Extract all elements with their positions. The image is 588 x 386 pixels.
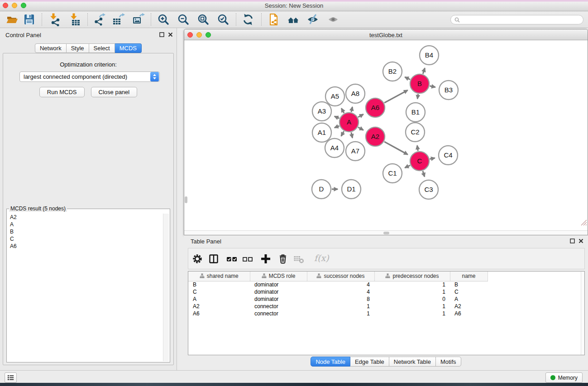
- graph-edge[interactable]: [358, 114, 363, 117]
- network-title: testGlobe.txt: [184, 32, 588, 38]
- graph-edge[interactable]: [351, 107, 353, 112]
- graph-node-label: C: [417, 157, 422, 165]
- show-all-networks-icon[interactable]: [287, 13, 300, 26]
- close-panel-icon[interactable]: [168, 32, 173, 37]
- hide-panels-icon[interactable]: [306, 13, 320, 26]
- column-header[interactable]: successor nodes: [307, 272, 374, 281]
- graph-edge[interactable]: [341, 108, 344, 113]
- graph-edge[interactable]: [384, 142, 408, 154]
- optimization-criterion-select[interactable]: largest connected component (directed): [19, 71, 160, 82]
- tab-motifs[interactable]: Motifs: [436, 357, 461, 367]
- task-history-button[interactable]: [5, 372, 17, 383]
- desktop-background: [0, 383, 588, 386]
- float-table-panel-icon[interactable]: [570, 238, 575, 243]
- graph-edge[interactable]: [358, 127, 363, 130]
- table-scrollbar[interactable]: [581, 272, 584, 355]
- memory-button[interactable]: Memory: [545, 372, 583, 383]
- export-network-icon[interactable]: [92, 13, 106, 26]
- zoom-selected-icon[interactable]: [216, 13, 230, 26]
- graph-edge[interactable]: [423, 68, 425, 74]
- new-network-from-selection-icon[interactable]: [267, 13, 281, 26]
- network-window-titlebar[interactable]: testGlobe.txt: [184, 29, 588, 40]
- graph-node-label: C4: [444, 151, 452, 159]
- export-table-icon[interactable]: [111, 13, 125, 26]
- mcds-result-item[interactable]: A2: [8, 214, 163, 221]
- graph-edge[interactable]: [405, 165, 410, 167]
- result-scrollbar[interactable]: [163, 214, 169, 361]
- column-header[interactable]: predecessor nodes: [374, 272, 450, 281]
- graph-edge[interactable]: [423, 171, 425, 177]
- graph-edge[interactable]: [341, 131, 344, 136]
- hscroll-thumb[interactable]: [383, 232, 389, 234]
- graph-edge[interactable]: [430, 86, 435, 87]
- graph-edge[interactable]: [417, 94, 418, 99]
- canvas-vertical-scrollbar[interactable]: [185, 196, 187, 203]
- mcds-result-list[interactable]: A2ABCA6: [8, 214, 163, 361]
- table-row[interactable]: Bdominator41B: [188, 281, 584, 288]
- canvas-horizontal-scrollbar[interactable]: [184, 230, 588, 235]
- close-table-panel-icon[interactable]: [578, 238, 583, 243]
- table-row[interactable]: Adominator80A: [188, 295, 584, 303]
- mcds-result-item[interactable]: A6: [8, 243, 163, 250]
- tab-network[interactable]: Network: [35, 43, 67, 53]
- node-table[interactable]: shared nameMCDS rolesuccessor nodesprede…: [188, 272, 584, 317]
- search-box[interactable]: [450, 15, 583, 24]
- function-builder-icon[interactable]: f(x): [314, 253, 329, 263]
- tab-edge-table[interactable]: Edge Table: [350, 357, 389, 367]
- delete-table-icon[interactable]: [293, 253, 305, 265]
- run-mcds-button[interactable]: Run MCDS: [39, 87, 85, 97]
- mcds-result-item[interactable]: C: [8, 235, 163, 243]
- graph-node-label: A6: [371, 104, 379, 111]
- graph-edge[interactable]: [335, 126, 339, 128]
- control-panel: Control Panel NetworkStyleSelectMCDS Opt…: [0, 28, 177, 370]
- refresh-icon[interactable]: [241, 13, 255, 26]
- graph-edge[interactable]: [417, 146, 418, 151]
- tab-mcds[interactable]: MCDS: [115, 43, 142, 53]
- import-network-icon[interactable]: [48, 13, 62, 26]
- column-visibility-icon[interactable]: [208, 253, 220, 265]
- add-column-icon[interactable]: [260, 253, 272, 265]
- dropdown-stepper-icon: [150, 72, 159, 81]
- tab-style[interactable]: Style: [67, 43, 89, 53]
- float-panel-icon[interactable]: [159, 32, 164, 37]
- column-header[interactable]: name: [450, 272, 488, 281]
- table-panel: Table Panel: [184, 235, 588, 370]
- tab-network-table[interactable]: Network Table: [389, 357, 436, 367]
- mcds-result-item[interactable]: B: [8, 228, 163, 235]
- column-type-icon: [200, 273, 205, 278]
- open-session-icon[interactable]: [5, 13, 19, 26]
- import-table-icon[interactable]: [68, 13, 82, 26]
- control-panel-tabs: NetworkStyleSelectMCDS: [0, 43, 177, 53]
- table-row[interactable]: Cdominator41C: [188, 288, 584, 295]
- zoom-out-icon[interactable]: [177, 13, 190, 26]
- table-row[interactable]: A6connector11A6: [188, 310, 584, 317]
- mcds-panel: Optimization criterion: largest connecte…: [3, 53, 174, 365]
- column-header[interactable]: shared name: [188, 272, 250, 281]
- export-image-icon[interactable]: [131, 13, 145, 26]
- deselect-all-icon[interactable]: [242, 253, 253, 265]
- delete-column-icon[interactable]: [277, 253, 289, 265]
- select-all-icon[interactable]: [226, 253, 238, 265]
- resize-grip-icon[interactable]: [580, 219, 587, 226]
- mcds-result-item[interactable]: A: [8, 221, 163, 228]
- column-header[interactable]: MCDS role: [250, 272, 307, 281]
- save-session-icon[interactable]: [22, 13, 36, 26]
- zoom-in-icon[interactable]: [157, 13, 170, 26]
- table-settings-gear-icon[interactable]: [191, 253, 203, 265]
- show-panels-icon[interactable]: [326, 13, 340, 26]
- graph-edge[interactable]: [335, 116, 339, 118]
- graph-edge[interactable]: [405, 77, 410, 79]
- graph-edge[interactable]: [351, 133, 353, 138]
- tab-node-table[interactable]: Node Table: [311, 357, 350, 367]
- network-canvas[interactable]: B4B2BB3A5A8A6A3B1AA1C2A2A4A7C4CC1C3DD1: [184, 40, 588, 231]
- network-graph[interactable]: B4B2BB3A5A8A6A3B1AA1C2A2A4A7C4CC1C3DD1: [184, 40, 588, 231]
- graph-node-label: A3: [318, 107, 326, 115]
- close-panel-button[interactable]: Close panel: [91, 87, 138, 97]
- search-input[interactable]: [462, 17, 579, 23]
- table-row[interactable]: A2connector11A2: [188, 303, 584, 310]
- graph-edge[interactable]: [384, 90, 407, 103]
- graph-edge[interactable]: [430, 158, 435, 159]
- tab-select[interactable]: Select: [89, 43, 115, 53]
- zoom-fit-icon[interactable]: [196, 13, 210, 26]
- table-panel-tabs: Node TableEdge TableNetwork TableMotifs: [184, 357, 588, 367]
